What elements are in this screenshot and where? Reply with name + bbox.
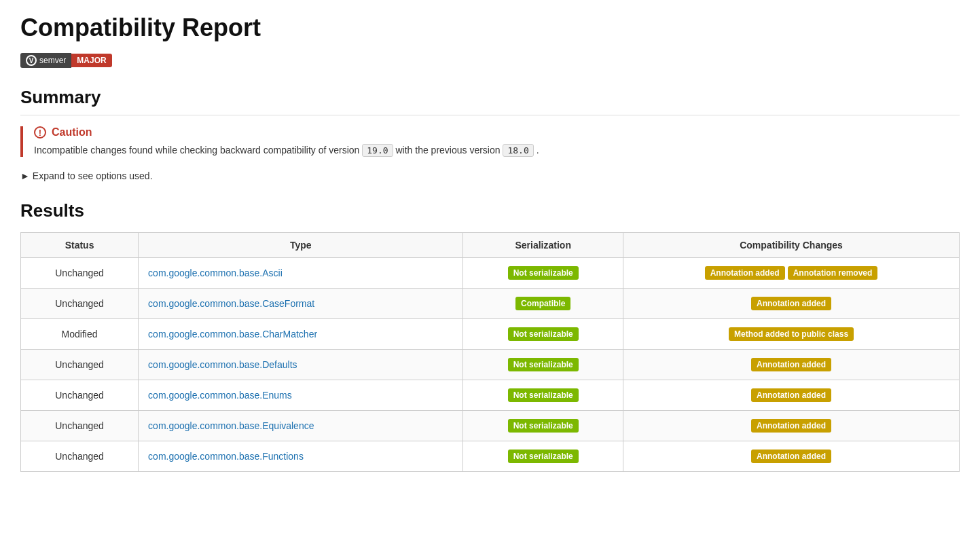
- cell-status: Unchanged: [21, 441, 139, 472]
- results-table: Status Type Serialization Compatibility …: [20, 232, 960, 472]
- expand-link-text[interactable]: Expand to see options used.: [33, 170, 153, 181]
- caution-text-after: .: [537, 145, 539, 155]
- cell-status: Unchanged: [21, 258, 139, 289]
- cell-serialization: Not serializable: [463, 350, 623, 380]
- cell-serialization: Compatible: [463, 289, 623, 319]
- cell-status: Unchanged: [21, 380, 139, 411]
- results-section: Results Status Type Serialization Compat…: [20, 200, 960, 472]
- caution-description: Incompatible changes found while checkin…: [34, 144, 960, 157]
- cell-serialization: Not serializable: [463, 319, 623, 350]
- type-link[interactable]: com.google.common.base.Enums: [148, 390, 292, 401]
- serialization-badge: Not serializable: [508, 388, 579, 402]
- caution-icon: !: [34, 126, 46, 139]
- serialization-badge: Compatible: [515, 297, 570, 310]
- type-link[interactable]: com.google.common.base.CaseFormat: [148, 298, 314, 309]
- page-title: Compatibility Report: [20, 14, 960, 42]
- col-status: Status: [21, 233, 139, 258]
- cell-changes: Annotation added: [623, 441, 960, 472]
- cell-serialization: Not serializable: [463, 411, 623, 441]
- cell-changes: Annotation addedAnnotation removed: [623, 258, 960, 289]
- cell-changes: Annotation added: [623, 411, 960, 441]
- cell-changes: Annotation added: [623, 380, 960, 411]
- summary-divider: [20, 115, 960, 115]
- caution-label: Caution: [52, 126, 92, 139]
- table-header-row: Status Type Serialization Compatibility …: [21, 233, 960, 258]
- change-badge: Method added to public class: [729, 327, 854, 341]
- change-badge: Annotation added: [705, 266, 785, 280]
- cell-status: Unchanged: [21, 350, 139, 380]
- results-heading: Results: [20, 200, 960, 221]
- cell-type[interactable]: com.google.common.base.CharMatcher: [139, 319, 463, 350]
- col-compatibility: Compatibility Changes: [623, 233, 960, 258]
- semver-left: V semver: [20, 53, 71, 68]
- caution-title: ! Caution: [34, 126, 960, 139]
- cell-changes: Method added to public class: [623, 319, 960, 350]
- cell-serialization: Not serializable: [463, 380, 623, 411]
- serialization-badge: Not serializable: [508, 266, 579, 280]
- change-badge: Annotation added: [751, 297, 831, 310]
- type-link[interactable]: com.google.common.base.CharMatcher: [148, 329, 317, 340]
- table-row: Unchangedcom.google.common.base.Defaults…: [21, 350, 960, 380]
- table-row: Modifiedcom.google.common.base.CharMatch…: [21, 319, 960, 350]
- cell-status: Unchanged: [21, 411, 139, 441]
- cell-status: Modified: [21, 319, 139, 350]
- serialization-badge: Not serializable: [508, 358, 579, 371]
- change-badge: Annotation added: [751, 450, 831, 463]
- cell-changes: Annotation added: [623, 289, 960, 319]
- table-row: Unchangedcom.google.common.base.AsciiNot…: [21, 258, 960, 289]
- type-link[interactable]: com.google.common.base.Functions: [148, 451, 304, 462]
- cell-type[interactable]: com.google.common.base.CaseFormat: [139, 289, 463, 319]
- cell-type[interactable]: com.google.common.base.Equivalence: [139, 411, 463, 441]
- version-new-badge: 19.0: [362, 144, 393, 157]
- cell-changes: Annotation added: [623, 350, 960, 380]
- table-row: Unchangedcom.google.common.base.Equivale…: [21, 411, 960, 441]
- col-serialization: Serialization: [463, 233, 623, 258]
- change-badge: Annotation added: [751, 358, 831, 371]
- type-link[interactable]: com.google.common.base.Defaults: [148, 359, 297, 370]
- type-link[interactable]: com.google.common.base.Equivalence: [148, 420, 314, 431]
- summary-heading: Summary: [20, 87, 960, 108]
- caution-block: ! Caution Incompatible changes found whi…: [20, 126, 960, 157]
- semver-badge: V semver MAJOR: [20, 53, 112, 68]
- table-row: Unchangedcom.google.common.base.EnumsNot…: [21, 380, 960, 411]
- type-link[interactable]: com.google.common.base.Ascii: [148, 268, 283, 278]
- cell-serialization: Not serializable: [463, 258, 623, 289]
- caution-text-middle: with the previous version: [395, 145, 500, 155]
- caution-text-before: Incompatible changes found while checkin…: [34, 145, 359, 155]
- serialization-badge: Not serializable: [508, 327, 579, 341]
- expand-arrow-icon: ►: [20, 170, 30, 181]
- cell-type[interactable]: com.google.common.base.Ascii: [139, 258, 463, 289]
- cell-status: Unchanged: [21, 289, 139, 319]
- semver-right-label: MAJOR: [71, 54, 111, 67]
- cell-type[interactable]: com.google.common.base.Functions: [139, 441, 463, 472]
- table-row: Unchangedcom.google.common.base.Function…: [21, 441, 960, 472]
- change-badge: Annotation removed: [788, 266, 878, 280]
- col-type: Type: [139, 233, 463, 258]
- semver-left-label: semver: [39, 56, 66, 65]
- cell-type[interactable]: com.google.common.base.Enums: [139, 380, 463, 411]
- semver-v-icon: V: [26, 55, 37, 66]
- serialization-badge: Not serializable: [508, 419, 579, 433]
- version-old-badge: 18.0: [503, 144, 533, 157]
- table-row: Unchangedcom.google.common.base.CaseForm…: [21, 289, 960, 319]
- change-badge: Annotation added: [751, 419, 831, 433]
- change-badge: Annotation added: [751, 388, 831, 402]
- cell-serialization: Not serializable: [463, 441, 623, 472]
- serialization-badge: Not serializable: [508, 450, 579, 463]
- expand-options[interactable]: ► Expand to see options used.: [20, 170, 960, 181]
- cell-type[interactable]: com.google.common.base.Defaults: [139, 350, 463, 380]
